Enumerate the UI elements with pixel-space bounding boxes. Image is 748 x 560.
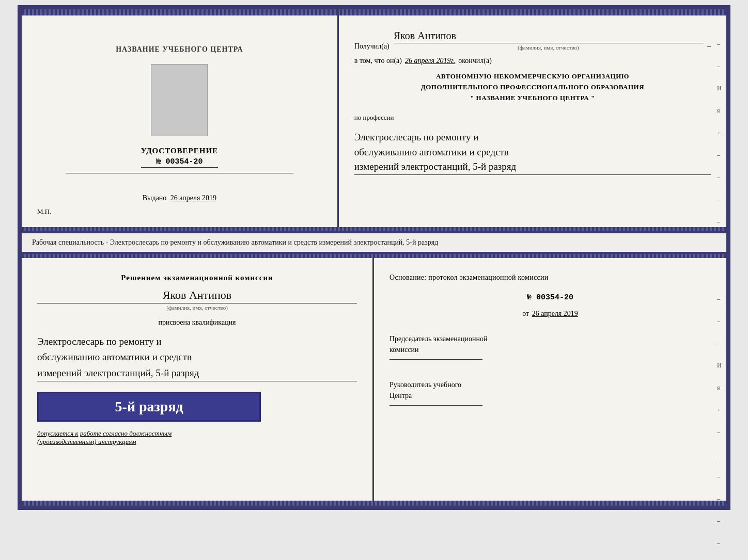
chairman-title: Председатель экзаменационной комиссии [389, 333, 711, 355]
director-signature-line [389, 405, 482, 406]
top-right-page: Получил(а) Яков Антипов (фамилия, имя, о… [339, 9, 726, 231]
qualification-name: Электрослесарь по ремонту и обслуживанию… [37, 334, 357, 381]
received-label: Получил(а) [354, 42, 389, 51]
cert-number-top: № 00354-20 [141, 157, 219, 168]
dash-after-name: – [707, 42, 711, 51]
top-left-page: НАЗВАНИЕ УЧЕБНОГО ЦЕНТРА УДОСТОВЕРЕНИЕ №… [22, 9, 339, 231]
document-wrapper: НАЗВАНИЕ УЧЕБНОГО ЦЕНТРА УДОСТОВЕРЕНИЕ №… [18, 5, 730, 510]
org-line3: " НАЗВАНИЕ УЧЕБНОГО ЦЕНТРА " [354, 93, 711, 104]
director-block: Руководитель учебного Центра [389, 379, 711, 410]
protocol-date-value: 26 апреля 2019 [532, 310, 578, 317]
date-value-top: 26 апреля 2019г. [405, 57, 455, 65]
profession-name-top: Электрослесарь по ремонту и обслуживанию… [354, 130, 711, 175]
protocol-number: № 00354-20 [389, 293, 711, 302]
admission-text: допускается к работе согласно должностны… [37, 429, 172, 446]
fio-sublabel-bottom: (фамилия, имя, отчество) [37, 305, 357, 311]
chairman-block: Председатель экзаменационной комиссии [389, 333, 711, 364]
admission-italic: (производственным) инструкциям [37, 438, 136, 445]
rank-section: 5-й разряд допускается к работе согласно… [37, 387, 357, 446]
finished-label: окончил(а) [458, 57, 492, 65]
top-document: НАЗВАНИЕ УЧЕБНОГО ЦЕНТРА УДОСТОВЕРЕНИЕ №… [18, 5, 730, 233]
bottom-right-page: Основание: протокол экзаменационной коми… [374, 254, 726, 506]
fio-sublabel-top: (фамилия, имя, отчество) [394, 44, 703, 51]
basis-label: Основание: протокол экзаменационной коми… [389, 272, 711, 283]
profession-label-top: по профессии [354, 114, 711, 122]
date-line-top: в том, что он(а) 26 апреля 2019г. окончи… [354, 57, 711, 65]
in-that-label: в том, что он(а) [354, 57, 402, 65]
person-name-block: Яков Антипов (фамилия, имя, отчество) [37, 289, 357, 311]
issued-label: Выдано [143, 194, 167, 202]
rank-badge: 5-й разряд [37, 392, 261, 422]
mp-label: М.П. [37, 207, 51, 216]
bottom-document: Решением экзаменационной комиссии Яков А… [18, 252, 730, 510]
right-side-decoration-bottom: – – – И я ← – – – – – – [717, 295, 723, 547]
cert-block: УДОСТОВЕРЕНИЕ № 00354-20 [141, 147, 219, 168]
person-name-bottom: Яков Антипов [37, 289, 357, 303]
org-line2: ДОПОЛНИТЕЛЬНОГО ПРОФЕССИОНАЛЬНОГО ОБРАЗО… [354, 82, 711, 93]
recipient-name-top: Яков Антипов [394, 30, 703, 43]
photo-placeholder [151, 64, 208, 136]
issued-date: 26 апреля 2019 [170, 194, 216, 202]
right-side-decoration: – – И я ← – – – – [717, 40, 723, 226]
protocol-date-prefix: от [522, 310, 529, 317]
org-block: АВТОНОМНУЮ НЕКОММЕРЧЕСКУЮ ОРГАНИЗАЦИЮ ДО… [354, 71, 711, 103]
middle-text-content: Рабочая специальность - Электрослесарь п… [32, 238, 438, 246]
recipient-line: Получил(а) Яков Антипов (фамилия, имя, о… [354, 30, 711, 51]
chairman-signature-line [389, 359, 482, 360]
school-name-top: НАЗВАНИЕ УЧЕБНОГО ЦЕНТРА [116, 45, 243, 54]
qualification-label: присвоена квалификация [37, 318, 357, 327]
bottom-left-page: Решением экзаменационной комиссии Яков А… [22, 254, 374, 506]
issued-line: Выдано 26 апреля 2019 [143, 194, 216, 202]
decision-title: Решением экзаменационной комиссии [37, 272, 357, 284]
protocol-date: от 26 апреля 2019 [389, 310, 711, 318]
director-title: Руководитель учебного Центра [389, 379, 711, 401]
middle-text-block: Рабочая специальность - Электрослесарь п… [18, 233, 730, 252]
admission-underline: работе согласно должностным [80, 429, 172, 437]
cert-title: УДОСТОВЕРЕНИЕ [141, 147, 219, 155]
org-line1: АВТОНОМНУЮ НЕКОММЕРЧЕСКУЮ ОРГАНИЗАЦИЮ [354, 71, 711, 82]
